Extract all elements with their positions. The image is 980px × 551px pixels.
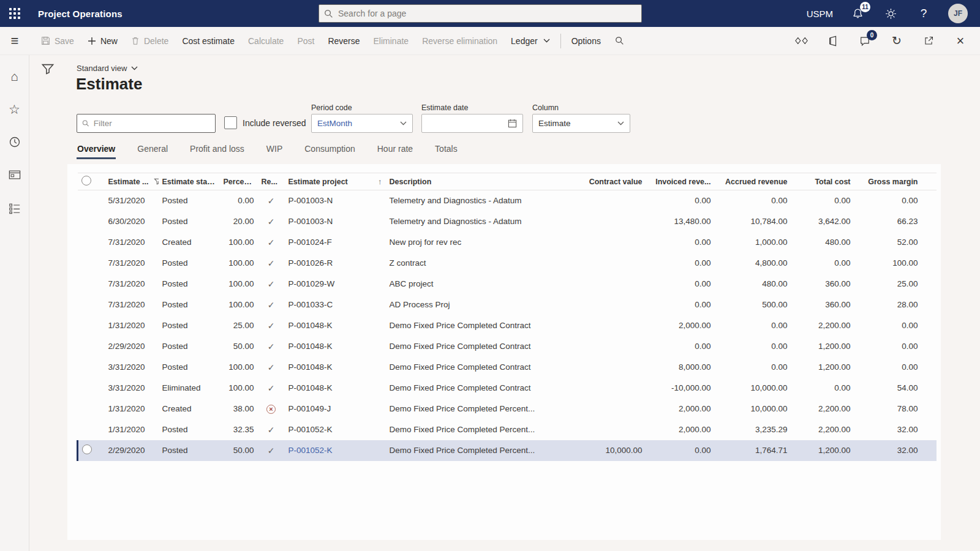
cmd-cost-estimate-button[interactable]: Cost estimate bbox=[175, 27, 241, 55]
tab-wip[interactable]: WIP bbox=[266, 141, 283, 159]
row-select-cell[interactable] bbox=[78, 294, 105, 315]
cell-estimate-project[interactable]: P-001048-K bbox=[285, 336, 386, 357]
row-select-cell[interactable] bbox=[78, 336, 105, 357]
avatar[interactable]: JF bbox=[948, 4, 968, 23]
col-estimate-date[interactable]: Estimate ... bbox=[105, 173, 159, 190]
settings-button[interactable] bbox=[882, 5, 899, 22]
period-code-combobox[interactable]: EstMonth bbox=[311, 114, 413, 133]
glasses-button[interactable] bbox=[793, 32, 810, 50]
row-select-cell[interactable] bbox=[78, 419, 105, 440]
sidebar-item-forms[interactable] bbox=[5, 165, 24, 185]
filter-pane-toggle[interactable] bbox=[39, 61, 56, 78]
cmd-reverse-elimination-button[interactable]: Reverse elimination bbox=[415, 27, 504, 55]
cmd-eliminate-button[interactable]: Eliminate bbox=[367, 27, 416, 55]
table-row[interactable]: 7/31/2020 Posted 100.00 ✓ P-001029-W ABC… bbox=[78, 274, 937, 294]
cell-estimate-project[interactable]: P-001052-K bbox=[285, 419, 386, 440]
row-select-cell[interactable] bbox=[78, 315, 105, 336]
estimate-date-picker[interactable] bbox=[421, 114, 523, 133]
hamburger-menu-icon[interactable]: ≡ bbox=[0, 27, 29, 55]
row-select-cell[interactable] bbox=[78, 357, 105, 378]
cmd-ledger-button[interactable]: Ledger bbox=[504, 27, 557, 55]
select-all-radio[interactable] bbox=[81, 176, 91, 186]
table-row[interactable]: 1/31/2020 Posted 25.00 ✓ P-001048-K Demo… bbox=[78, 315, 937, 336]
row-select-cell[interactable] bbox=[78, 378, 105, 399]
col-contract-value[interactable]: Contract value bbox=[570, 173, 646, 190]
col-gross-margin[interactable]: Gross margin bbox=[854, 173, 937, 190]
row-radio[interactable] bbox=[82, 444, 92, 454]
table-row[interactable]: 7/31/2020 Created 100.00 ✓ P-001024-F Ne… bbox=[78, 232, 937, 253]
col-estimate-status[interactable]: Estimate status bbox=[159, 173, 220, 190]
close-button[interactable]: × bbox=[952, 32, 969, 50]
notifications-button[interactable]: 11 bbox=[849, 5, 866, 22]
table-row[interactable]: 7/31/2020 Posted 100.00 ✓ P-001033-C AD … bbox=[78, 294, 937, 315]
table-row[interactable]: 1/31/2020 Posted 32.35 ✓ P-001052-K Demo… bbox=[78, 419, 937, 440]
col-invoiced-revenue[interactable]: Invoiced reve... bbox=[646, 173, 715, 190]
select-all-header[interactable] bbox=[78, 173, 105, 190]
table-row[interactable]: 7/31/2020 Posted 100.00 ✓ P-001026-R Z c… bbox=[78, 253, 937, 274]
row-select-cell[interactable] bbox=[78, 232, 105, 253]
table-row[interactable]: 3/31/2020 Posted 100.00 ✓ P-001048-K Dem… bbox=[78, 357, 937, 378]
sidebar-item-favorites[interactable]: ☆ bbox=[5, 99, 24, 119]
command-search-button[interactable] bbox=[608, 36, 631, 45]
cell-estimate-project[interactable]: P-001049-J bbox=[285, 399, 386, 419]
cell-estimate-project[interactable]: P-001003-N bbox=[285, 190, 386, 211]
feedback-button[interactable]: 0 bbox=[856, 32, 873, 50]
app-launcher-icon[interactable] bbox=[0, 0, 29, 27]
include-reversed-toggle[interactable]: Include reversed bbox=[224, 116, 306, 129]
cmd-reverse-button[interactable]: Reverse bbox=[321, 27, 366, 55]
sidebar-item-workspaces[interactable] bbox=[5, 198, 24, 218]
filter-input[interactable] bbox=[94, 119, 210, 128]
cell-estimate-project[interactable]: P-001024-F bbox=[285, 232, 386, 253]
include-reversed-checkbox[interactable] bbox=[224, 116, 237, 129]
tab-profit-and-loss[interactable]: Profit and loss bbox=[189, 141, 245, 159]
search-input[interactable] bbox=[338, 9, 636, 18]
global-search[interactable] bbox=[318, 4, 642, 23]
tab-consumption[interactable]: Consumption bbox=[304, 141, 356, 159]
tab-overview[interactable]: Overview bbox=[77, 141, 116, 159]
tab-general[interactable]: General bbox=[137, 141, 168, 159]
cmd-options-button[interactable]: Options bbox=[565, 27, 608, 55]
cmd-post-button[interactable]: Post bbox=[290, 27, 321, 55]
cell-estimate-project[interactable]: P-001029-W bbox=[285, 274, 386, 294]
col-accrued-revenue[interactable]: Accrued revenue bbox=[715, 173, 791, 190]
office-app-button[interactable] bbox=[824, 32, 842, 50]
row-select-cell[interactable] bbox=[78, 190, 105, 211]
table-row[interactable]: 1/31/2020 Created 38.00 × P-001049-J Dem… bbox=[78, 399, 937, 419]
table-row[interactable]: 6/30/2020 Posted 20.00 ✓ P-001003-N Tele… bbox=[78, 211, 937, 232]
view-selector[interactable]: Standard view bbox=[77, 64, 138, 73]
sidebar-item-recent[interactable] bbox=[5, 132, 24, 152]
row-select-cell[interactable] bbox=[78, 211, 105, 232]
table-row[interactable]: 2/29/2020 Posted 50.00 ✓ P-001048-K Demo… bbox=[78, 336, 937, 357]
cell-estimate-project[interactable]: P-001003-N bbox=[285, 211, 386, 232]
cmd-delete-button[interactable]: Delete bbox=[124, 27, 175, 55]
cmd-calculate-button[interactable]: Calculate bbox=[241, 27, 290, 55]
cell-estimate-project[interactable]: P-001026-R bbox=[285, 253, 386, 274]
cell-estimate-project[interactable]: P-001048-K bbox=[285, 315, 386, 336]
cell-estimate-project[interactable]: P-001048-K bbox=[285, 378, 386, 399]
cmd-new-button[interactable]: New bbox=[81, 27, 124, 55]
tab-totals[interactable]: Totals bbox=[434, 141, 458, 159]
tab-hour-rate[interactable]: Hour rate bbox=[377, 141, 413, 159]
table-row[interactable]: 3/31/2020 Eliminated 100.00 ✓ P-001048-K… bbox=[78, 378, 937, 399]
cmd-save-button[interactable]: Save bbox=[34, 27, 81, 55]
column-combobox[interactable]: Estimate bbox=[532, 114, 630, 133]
refresh-button[interactable]: ↻ bbox=[888, 32, 905, 50]
sidebar-item-home[interactable]: ⌂ bbox=[5, 66, 24, 86]
help-button[interactable]: ? bbox=[915, 5, 932, 22]
col-estimate-project[interactable]: Estimate project ↑ bbox=[285, 173, 386, 190]
col-description[interactable]: Description bbox=[386, 173, 570, 190]
col-percentage[interactable]: Percen... bbox=[220, 173, 258, 190]
table-row[interactable]: 5/31/2020 Posted 0.00 ✓ P-001003-N Telem… bbox=[78, 190, 937, 211]
table-row[interactable]: 2/29/2020 Posted 50.00 ✓ P-001052-K Demo… bbox=[78, 440, 937, 461]
quick-filter-box[interactable] bbox=[77, 114, 216, 133]
cell-estimate-project[interactable]: P-001048-K bbox=[285, 357, 386, 378]
row-select-cell[interactable] bbox=[78, 399, 105, 419]
row-select-cell[interactable] bbox=[78, 274, 105, 294]
open-new-window-button[interactable] bbox=[920, 32, 937, 50]
col-total-cost[interactable]: Total cost bbox=[791, 173, 854, 190]
cell-estimate-project[interactable]: P-001052-K bbox=[285, 440, 386, 461]
cell-estimate-project[interactable]: P-001033-C bbox=[285, 294, 386, 315]
row-select-cell[interactable] bbox=[78, 253, 105, 274]
row-select-cell[interactable] bbox=[78, 440, 105, 461]
col-reversed[interactable]: Re... bbox=[258, 173, 285, 190]
